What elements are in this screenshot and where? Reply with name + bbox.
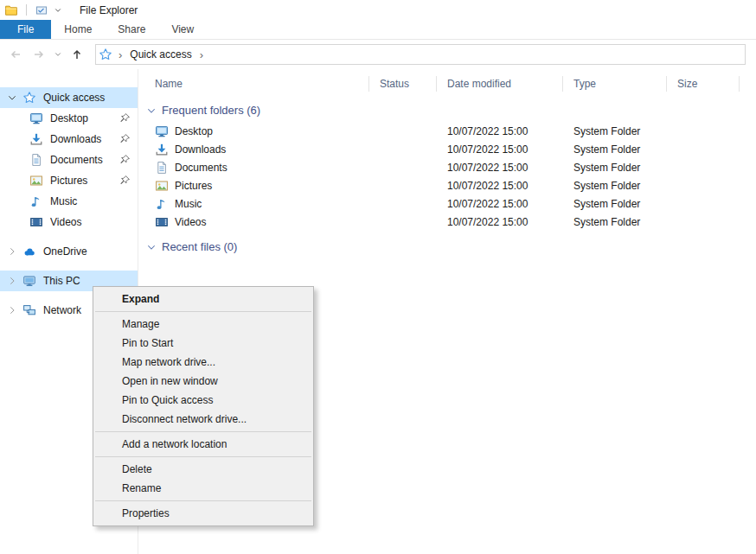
file-row-pictures[interactable]: Pictures10/07/2022 15:00System Folder — [138, 176, 756, 194]
file-date-modified-cell: 10/07/2022 15:00 — [437, 180, 563, 192]
column-header-status[interactable]: Status — [369, 76, 437, 92]
this-pc-icon — [22, 274, 36, 288]
menu-item-properties[interactable]: Properties — [93, 504, 313, 523]
file-type-cell: System Folder — [563, 125, 667, 137]
group-header-frequent-folders-6[interactable]: Frequent folders (6) — [145, 104, 756, 117]
back-button[interactable] — [3, 44, 27, 65]
qat-dropdown-icon[interactable] — [54, 6, 62, 15]
tab-file[interactable]: File — [0, 20, 51, 39]
pin-icon — [119, 154, 131, 166]
network-icon — [22, 303, 36, 317]
onedrive-icon — [22, 245, 36, 258]
recent-locations-dropdown-icon[interactable] — [50, 44, 65, 65]
file-name: Documents — [175, 162, 227, 174]
menu-separator — [95, 456, 311, 457]
file-name-cell[interactable]: Pictures — [144, 179, 369, 193]
sidebar-item-label: Videos — [50, 216, 138, 228]
menu-item-open-in-new-window[interactable]: Open in new window — [93, 372, 313, 391]
column-header-name[interactable]: Name — [144, 76, 369, 92]
file-row-videos[interactable]: Videos10/07/2022 15:00System Folder — [138, 213, 756, 231]
sidebar-item-documents[interactable]: Documents — [0, 150, 138, 170]
sidebar-item-label: Desktop — [50, 112, 119, 124]
chevron-down-icon[interactable] — [6, 92, 18, 104]
file-type-cell: System Folder — [563, 143, 667, 156]
file-type-cell: System Folder — [563, 162, 667, 174]
menu-item-delete[interactable]: Delete — [93, 460, 313, 479]
menu-item-rename[interactable]: Rename — [93, 479, 313, 498]
file-explorer-window: File Explorer FileHomeShareView › Quick … — [0, 0, 756, 554]
file-name-cell[interactable]: Music — [144, 197, 369, 211]
file-name: Pictures — [175, 180, 212, 192]
file-row-desktop[interactable]: Desktop10/07/2022 15:00System Folder — [138, 122, 756, 140]
menu-item-pin-to-start[interactable]: Pin to Start — [93, 334, 313, 353]
toolbar-separator — [26, 4, 27, 16]
title-bar: File Explorer — [0, 0, 756, 20]
menu-item-map-network-drive[interactable]: Map network drive... — [93, 353, 313, 372]
sidebar-item-label: This PC — [43, 275, 138, 287]
quick-access-toolbar-icon[interactable] — [35, 3, 48, 17]
file-date-modified-cell: 10/07/2022 15:00 — [437, 143, 563, 156]
file-name-cell[interactable]: Videos — [144, 215, 369, 229]
pictures-icon — [29, 174, 43, 188]
chevron-right-icon[interactable] — [6, 304, 18, 316]
address-bar[interactable]: › Quick access › — [95, 44, 746, 65]
file-name-cell[interactable]: Downloads — [144, 143, 369, 156]
chevron-right-icon[interactable] — [6, 245, 18, 258]
downloads-icon — [155, 143, 169, 156]
ribbon-tabs: FileHomeShareView — [0, 20, 756, 40]
file-date-modified-cell: 10/07/2022 15:00 — [437, 198, 563, 210]
menu-item-disconnect-network-drive[interactable]: Disconnect network drive... — [93, 410, 313, 429]
sidebar-item-downloads[interactable]: Downloads — [0, 129, 138, 150]
app-icon — [4, 3, 18, 17]
pictures-icon — [155, 179, 169, 193]
sidebar-item-label: Quick access — [43, 92, 138, 104]
menu-separator — [95, 311, 311, 312]
tab-view[interactable]: View — [158, 20, 207, 39]
forward-button[interactable] — [27, 44, 50, 65]
menu-item-add-a-network-location[interactable]: Add a network location — [93, 435, 313, 454]
file-date-modified-cell: 10/07/2022 15:00 — [437, 125, 563, 137]
file-date-modified-cell: 10/07/2022 15:00 — [437, 216, 563, 228]
file-type-cell: System Folder — [563, 198, 667, 210]
menu-item-expand[interactable]: Expand — [93, 290, 313, 309]
sidebar-item-onedrive[interactable]: OneDrive — [0, 241, 138, 262]
chevron-down-icon[interactable] — [145, 241, 157, 253]
tab-home[interactable]: Home — [51, 20, 105, 39]
column-header-date-modified[interactable]: Date modified — [437, 76, 563, 92]
menu-item-pin-to-quick-access[interactable]: Pin to Quick access — [93, 391, 313, 410]
file-date-modified-cell: 10/07/2022 15:00 — [437, 162, 563, 174]
file-name: Downloads — [175, 143, 226, 156]
group-header-recent-files-0[interactable]: Recent files (0) — [145, 240, 756, 253]
group-header-label: Frequent folders (6) — [162, 104, 260, 117]
chevron-down-icon[interactable] — [145, 105, 157, 117]
chevron-right-icon[interactable] — [6, 275, 18, 287]
window-title: File Explorer — [80, 4, 138, 16]
file-row-music[interactable]: Music10/07/2022 15:00System Folder — [138, 194, 756, 213]
file-row-downloads[interactable]: Downloads10/07/2022 15:00System Folder — [138, 140, 756, 158]
file-name-cell[interactable]: Documents — [144, 161, 369, 175]
column-header-size[interactable]: Size — [667, 76, 740, 92]
sidebar-item-label: Documents — [50, 154, 119, 166]
music-icon — [155, 197, 169, 211]
desktop-icon — [155, 124, 169, 138]
sidebar-item-label: Pictures — [50, 175, 119, 187]
sidebar-item-desktop[interactable]: Desktop — [0, 108, 138, 129]
menu-item-manage[interactable]: Manage — [93, 315, 313, 334]
file-name: Videos — [175, 216, 206, 228]
column-header-type[interactable]: Type — [563, 76, 667, 92]
sidebar-item-quick-access[interactable]: Quick access — [0, 87, 138, 108]
pin-icon — [119, 133, 131, 145]
up-button[interactable] — [65, 44, 88, 65]
breadcrumb-quick-access[interactable]: Quick access — [128, 48, 193, 60]
breadcrumb-chevron-icon[interactable]: › — [115, 48, 125, 61]
sidebar-item-pictures[interactable]: Pictures — [0, 170, 138, 191]
sidebar-item-music[interactable]: Music — [0, 191, 138, 212]
breadcrumb-chevron-icon[interactable]: › — [196, 48, 207, 61]
file-row-documents[interactable]: Documents10/07/2022 15:00System Folder — [138, 158, 756, 176]
sidebar-item-videos[interactable]: Videos — [0, 212, 138, 232]
file-name: Music — [175, 198, 202, 210]
file-name-cell[interactable]: Desktop — [144, 124, 369, 138]
sidebar-item-label: Music — [50, 195, 138, 207]
tab-share[interactable]: Share — [105, 20, 158, 39]
menu-separator — [95, 500, 311, 501]
